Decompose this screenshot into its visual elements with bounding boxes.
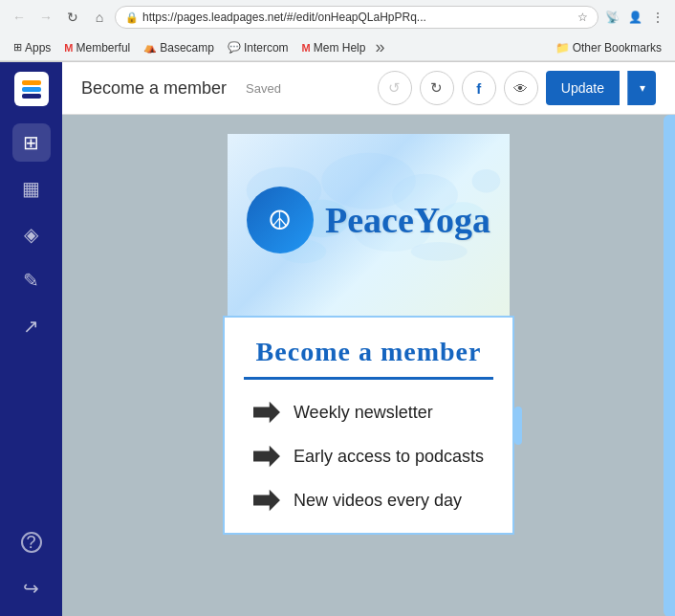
top-bar-actions: ↺ ↻ f 👁 Update ▾ [378, 71, 656, 105]
sidebar-item-analytics[interactable]: ↗ [12, 307, 51, 345]
profile-icon[interactable]: 👤 [625, 8, 644, 27]
nav-bar: ← → ↻ ⌂ 🔒 https://pages.leadpages.net/#/… [0, 0, 675, 34]
bookmark-basecamp-label: Basecamp [160, 41, 214, 55]
browser-chrome: ← → ↻ ⌂ 🔒 https://pages.leadpages.net/#/… [0, 0, 675, 62]
memberful-icon: M [64, 42, 73, 54]
folder-icon: 📁 [555, 41, 570, 55]
editor-canvas[interactable]: ☮ PeaceYoga Become a member Weekly newsl… [62, 115, 675, 616]
widgets-icon: ▦ [22, 177, 40, 200]
list-item: New videos every day [253, 487, 484, 514]
bookmark-intercom-label: Intercom [244, 41, 289, 55]
sidebar-item-help[interactable]: ? [12, 523, 51, 561]
chevron-down-icon: ▾ [640, 81, 645, 95]
bookmark-mem-help-label: Mem Help [314, 41, 366, 55]
section-underline [244, 377, 493, 380]
feature-text-1: Weekly newsletter [294, 403, 433, 423]
sidebar-item-account[interactable]: ↪ [12, 569, 51, 607]
arrow-icon-2 [253, 443, 280, 470]
sidebar-bottom: ? ↪ [12, 523, 51, 607]
hero-section: ☮ PeaceYoga [228, 134, 510, 316]
arrow-icon-1 [253, 399, 280, 426]
top-bar: Become a member Saved ↺ ↻ f 👁 Update ▾ [62, 62, 675, 115]
list-item: Early access to podcasts [253, 443, 484, 470]
analytics-icon: ↗ [23, 315, 39, 338]
undo-icon: ↺ [388, 79, 401, 97]
layers-icon: ◈ [24, 223, 38, 246]
arrow-icon-3 [253, 487, 280, 514]
intercom-icon: 💬 [228, 41, 241, 54]
main-content: Become a member Saved ↺ ↻ f 👁 Update ▾ [62, 62, 675, 616]
home-button[interactable]: ⌂ [88, 6, 111, 29]
saved-label: Saved [246, 81, 281, 96]
cast-icon[interactable]: 📡 [602, 8, 621, 27]
back-button[interactable]: ← [8, 6, 31, 29]
basecamp-icon: ⛺ [143, 41, 157, 54]
sidebar-logo[interactable] [14, 72, 49, 106]
bookmark-intercom[interactable]: 💬 Intercom [222, 39, 294, 56]
page-title: Become a member [81, 78, 227, 99]
facebook-preview-button[interactable]: f [462, 71, 496, 105]
feature-text-2: Early access to podcasts [294, 447, 484, 467]
peace-symbol: ☮ [268, 205, 292, 236]
other-bookmarks-label: Other Bookmarks [573, 41, 662, 55]
right-scroll-indicator [664, 115, 675, 616]
bookmark-memberful-label: Memberful [76, 41, 131, 55]
redo-icon: ↻ [430, 79, 443, 97]
feature-text-3: New videos every day [294, 491, 462, 511]
update-button[interactable]: Update [546, 71, 620, 105]
nav-icons: 📡 👤 ⋮ [602, 8, 667, 27]
sidebar-item-pen[interactable]: ✎ [12, 261, 51, 299]
peace-yoga-logo-image: ☮ [247, 187, 314, 253]
apps-grid-icon: ⊞ [13, 41, 22, 54]
dashboard-icon: ⊞ [23, 131, 39, 154]
logo-layer-middle [22, 87, 41, 92]
more-icon[interactable]: ⋮ [648, 8, 667, 27]
forward-button[interactable]: → [34, 6, 57, 29]
sidebar: ⊞ ▦ ◈ ✎ ↗ ? ↪ [0, 62, 62, 616]
app-layout: ⊞ ▦ ◈ ✎ ↗ ? ↪ Become a member Saved [0, 62, 675, 616]
pen-icon: ✎ [23, 269, 39, 292]
brand-name: PeaceYoga [325, 199, 490, 241]
logo-layer-top [22, 80, 41, 85]
account-icon: ↪ [23, 577, 39, 600]
bookmarks-bar: ⊞ Apps M Memberful ⛺ Basecamp 💬 Intercom… [0, 34, 675, 61]
address-bar[interactable]: 🔒 https://pages.leadpages.net/#/edit/onH… [115, 6, 599, 29]
sidebar-item-layers[interactable]: ◈ [12, 215, 51, 253]
update-dropdown-button[interactable]: ▾ [627, 71, 656, 105]
bookmark-apps[interactable]: ⊞ Apps [8, 39, 56, 56]
facebook-icon: f [476, 80, 481, 97]
help-icon: ? [21, 532, 42, 553]
list-item: Weekly newsletter [253, 399, 484, 426]
bookmark-memberful[interactable]: M Memberful [58, 39, 136, 56]
section-handle[interactable] [514, 407, 522, 445]
logo-layer-bottom [22, 94, 41, 99]
bookmark-mem-help[interactable]: M Mem Help [296, 39, 372, 56]
bookmark-basecamp[interactable]: ⛺ Basecamp [138, 39, 220, 56]
feature-list: Weekly newsletter Early access to podcas… [244, 399, 493, 514]
bookmark-apps-label: Apps [25, 41, 51, 55]
bookmark-star-button[interactable]: ☆ [577, 11, 588, 24]
reload-button[interactable]: ↻ [61, 6, 84, 29]
eye-icon: 👁 [513, 80, 528, 97]
preview-button[interactable]: 👁 [504, 71, 538, 105]
secure-icon: 🔒 [125, 11, 139, 24]
undo-button[interactable]: ↺ [378, 71, 412, 105]
url-text: https://pages.leadpages.net/#/edit/onHea… [142, 11, 574, 24]
bookmarks-more-button[interactable]: » [375, 37, 384, 57]
section-heading: Become a member [244, 337, 493, 367]
sidebar-item-dashboard[interactable]: ⊞ [12, 123, 51, 162]
sidebar-item-widgets[interactable]: ▦ [12, 169, 51, 208]
logo-layers [22, 80, 41, 99]
redo-button[interactable]: ↻ [420, 71, 454, 105]
mem-help-icon: M [302, 42, 311, 54]
content-section[interactable]: Become a member Weekly newsletter Early … [223, 316, 514, 535]
logo-container: ☮ PeaceYoga [247, 187, 490, 253]
other-bookmarks[interactable]: 📁 Other Bookmarks [550, 39, 667, 56]
